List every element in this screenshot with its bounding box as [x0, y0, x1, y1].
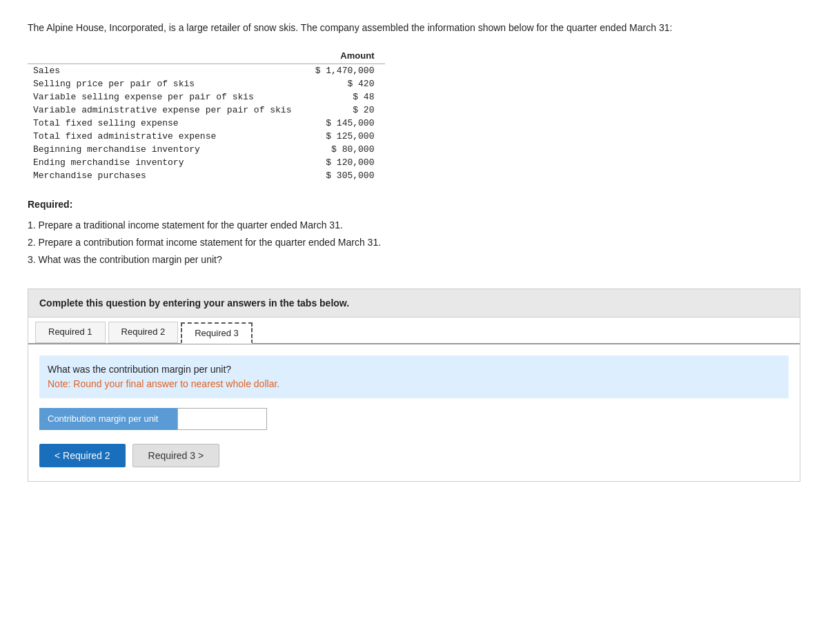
- complete-instruction-box: Complete this question by entering your …: [28, 289, 800, 318]
- table-cell-amount: $ 305,000: [302, 169, 385, 182]
- table-cell-amount: $ 48: [302, 90, 385, 104]
- tab-required-3[interactable]: Required 3: [181, 322, 253, 344]
- tab-content: What was the contribution margin per uni…: [28, 344, 800, 481]
- table-row: Total fixed selling expense $ 145,000: [28, 117, 385, 130]
- required-item: 3. What was the contribution margin per …: [28, 251, 800, 269]
- tabs-container: Required 1Required 2Required 3 What was …: [28, 318, 800, 482]
- intro-paragraph: The Alpine House, Incorporated, is a lar…: [28, 21, 787, 35]
- table-cell-label: Total fixed administrative expense: [28, 130, 302, 143]
- table-row: Merchandise purchases $ 305,000: [28, 169, 385, 182]
- table-cell-amount: $ 1,470,000: [302, 64, 385, 78]
- table-cell-label: Total fixed selling expense: [28, 117, 302, 130]
- table-cell-label: Ending merchandise inventory: [28, 156, 302, 169]
- table-row: Sales $ 1,470,000: [28, 64, 385, 78]
- tab-required-1[interactable]: Required 1: [35, 322, 106, 343]
- table-cell-amount: $ 420: [302, 77, 385, 90]
- table-cell-label: Variable selling expense per pair of ski…: [28, 90, 302, 104]
- table-row: Selling price per pair of skis $ 420: [28, 77, 385, 90]
- table-cell-amount: $ 80,000: [302, 143, 385, 156]
- tabs-row: Required 1Required 2Required 3: [28, 318, 800, 344]
- required-heading: Required:: [28, 199, 800, 210]
- tab-required-2[interactable]: Required 2: [108, 322, 179, 343]
- prev-button[interactable]: < Required 2: [39, 444, 126, 467]
- answer-row: Contribution margin per unit: [39, 408, 789, 430]
- table-cell-label: Variable administrative expense per pair…: [28, 104, 302, 117]
- question-header: What was the contribution margin per uni…: [39, 355, 789, 398]
- table-cell-amount: $ 20: [302, 104, 385, 117]
- table-cell-label: Beginning merchandise inventory: [28, 143, 302, 156]
- table-cell-amount: $ 120,000: [302, 156, 385, 169]
- table-header-label: [28, 49, 302, 64]
- table-cell-label: Sales: [28, 64, 302, 78]
- contribution-margin-input[interactable]: [177, 408, 267, 430]
- question-note: Note: Round your final answer to nearest…: [48, 377, 780, 391]
- data-table: Amount Sales $ 1,470,000 Selling price p…: [28, 49, 385, 182]
- table-cell-amount: $ 145,000: [302, 117, 385, 130]
- table-cell-label: Merchandise purchases: [28, 169, 302, 182]
- required-list: 1. Prepare a traditional income statemen…: [28, 217, 800, 269]
- next-button[interactable]: Required 3 >: [132, 444, 220, 467]
- table-cell-amount: $ 125,000: [302, 130, 385, 143]
- table-row: Variable selling expense per pair of ski…: [28, 90, 385, 104]
- table-row: Ending merchandise inventory $ 120,000: [28, 156, 385, 169]
- nav-buttons: < Required 2 Required 3 >: [39, 444, 789, 467]
- required-item: 2. Prepare a contribution format income …: [28, 234, 800, 251]
- required-item: 1. Prepare a traditional income statemen…: [28, 217, 800, 234]
- question-text: What was the contribution margin per uni…: [48, 362, 780, 377]
- table-header-amount: Amount: [302, 49, 385, 64]
- table-cell-label: Selling price per pair of skis: [28, 77, 302, 90]
- table-row: Total fixed administrative expense $ 125…: [28, 130, 385, 143]
- table-row: Variable administrative expense per pair…: [28, 104, 385, 117]
- table-row: Beginning merchandise inventory $ 80,000: [28, 143, 385, 156]
- answer-label: Contribution margin per unit: [39, 408, 177, 430]
